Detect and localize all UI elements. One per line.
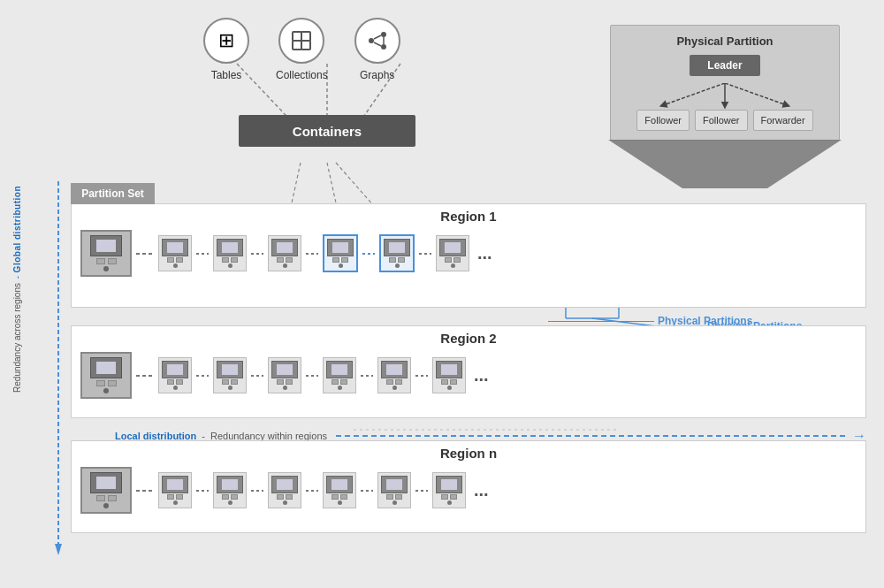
partition-set-label: Partition Set bbox=[71, 183, 155, 204]
partition-r2-6 bbox=[432, 357, 466, 393]
svg-marker-26 bbox=[608, 140, 842, 188]
region-n-title: Region n bbox=[72, 441, 865, 463]
partition-r1-highlighted-2 bbox=[379, 234, 415, 272]
partition-rn-3 bbox=[268, 472, 301, 508]
region-2-ellipsis: ... bbox=[470, 365, 492, 386]
tables-label: Tables bbox=[211, 69, 242, 81]
follower-box-2: Follower bbox=[695, 110, 748, 131]
partition-r2-5 bbox=[377, 357, 411, 393]
partition-r1-2 bbox=[213, 235, 247, 271]
leader-box: Leader bbox=[690, 55, 760, 76]
top-icons-container: ⊞ Tables Collections bbox=[203, 18, 400, 81]
partition-set-item-rn bbox=[80, 467, 132, 514]
global-distribution-container: Global distribution - Redundancy across … bbox=[12, 186, 22, 557]
global-distribution-label: Global distribution bbox=[12, 186, 22, 272]
leader-follower-arrows bbox=[628, 83, 822, 110]
graphs-icon-item: Graphs bbox=[354, 18, 400, 81]
svg-line-23 bbox=[663, 83, 725, 105]
svg-point-18 bbox=[381, 32, 386, 37]
partition-r2-1 bbox=[158, 357, 192, 393]
partition-r1-3 bbox=[268, 235, 301, 271]
region-1-ellipsis: ... bbox=[474, 243, 496, 263]
forwarder-box: Forwarder bbox=[753, 110, 813, 131]
containers-box: Containers bbox=[239, 115, 415, 147]
partition-rn-5 bbox=[377, 472, 411, 508]
graphs-label: Graphs bbox=[360, 69, 394, 81]
follower-box-1: Follower bbox=[636, 110, 690, 131]
svg-marker-12 bbox=[55, 544, 62, 555]
partition-r1-5 bbox=[436, 235, 469, 271]
global-dash: - bbox=[12, 276, 22, 279]
region-n-ellipsis: ... bbox=[470, 480, 492, 500]
partition-rn-2 bbox=[213, 472, 247, 508]
dash-r1-1 bbox=[136, 253, 154, 255]
followers-row: Follower Follower Forwarder bbox=[636, 110, 812, 131]
graphs-icon bbox=[354, 18, 400, 64]
collections-label: Collections bbox=[276, 69, 328, 81]
partition-rn-6 bbox=[432, 472, 466, 508]
svg-rect-13 bbox=[293, 32, 301, 41]
region-n-container: Region n bbox=[71, 440, 866, 533]
tables-icon-item: ⊞ Tables bbox=[203, 18, 249, 81]
collections-icon bbox=[278, 18, 324, 64]
containers-label: Containers bbox=[293, 124, 362, 139]
svg-rect-16 bbox=[301, 41, 310, 50]
svg-rect-14 bbox=[301, 32, 310, 41]
region-1-container: Region 1 bbox=[71, 203, 866, 308]
region-1-row: ... bbox=[72, 226, 865, 280]
partition-rn-1 bbox=[158, 472, 192, 508]
svg-line-21 bbox=[374, 42, 381, 46]
partition-r2-3 bbox=[268, 357, 301, 393]
partition-r1-1 bbox=[158, 235, 192, 271]
physical-partition-title: Physical Partition bbox=[620, 34, 830, 48]
tables-icon: ⊞ bbox=[203, 18, 249, 64]
region-2-title: Region 2 bbox=[72, 326, 865, 348]
physical-partition-box: Physical Partition Leader Follower Fol bbox=[610, 25, 840, 141]
global-distribution-subtext: Redundancy across regions bbox=[12, 283, 22, 393]
region-2-row: ... bbox=[72, 348, 865, 402]
partition-r2-2 bbox=[213, 357, 247, 393]
partition-rn-4 bbox=[323, 472, 356, 508]
svg-point-19 bbox=[381, 44, 386, 50]
collections-icon-item: Collections bbox=[276, 18, 328, 81]
region-gap-dots bbox=[354, 419, 619, 440]
svg-line-20 bbox=[374, 35, 381, 39]
svg-point-17 bbox=[369, 38, 374, 43]
svg-rect-15 bbox=[293, 41, 301, 50]
funnel-shape bbox=[608, 140, 842, 188]
region-1-title: Region 1 bbox=[72, 204, 865, 226]
partition-r2-4 bbox=[323, 357, 356, 393]
region-n-row: ... bbox=[72, 463, 865, 517]
partition-r1-highlighted-1 bbox=[323, 234, 358, 272]
svg-line-25 bbox=[725, 83, 787, 105]
partition-set-item-r1 bbox=[80, 230, 132, 277]
diagram: Physical Partitions ⊞ Tables Collections bbox=[0, 0, 884, 588]
partition-set-item-r2 bbox=[80, 352, 132, 399]
region-2-container: Region 2 bbox=[71, 325, 866, 418]
